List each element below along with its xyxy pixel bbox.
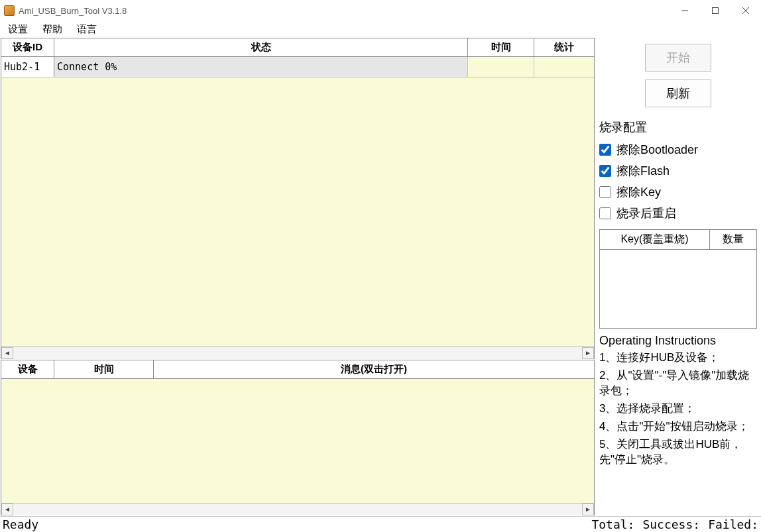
key-table: Key(覆盖重烧) 数量: [599, 229, 757, 329]
menubar: 设置 帮助 语言: [0, 21, 761, 37]
erase-bootloader-checkbox[interactable]: [599, 144, 611, 156]
window-title: Aml_USB_Burn_Tool V3.1.8: [19, 6, 127, 16]
erase-key-checkbox[interactable]: [599, 186, 611, 198]
instruction-line: 2、从"设置"-"导入镜像"加载烧录包；: [599, 368, 757, 399]
minimize-button[interactable]: [670, 0, 700, 21]
erase-bootloader-row[interactable]: 擦除Bootloader: [599, 140, 757, 159]
maximize-button[interactable]: [700, 0, 731, 21]
instruction-line: 4、点击"开始"按钮启动烧录；: [599, 419, 757, 435]
scroll-left-icon[interactable]: ◄: [1, 347, 13, 359]
erase-key-row[interactable]: 擦除Key: [599, 183, 757, 201]
message-grid-hscroll[interactable]: ◄ ►: [1, 503, 594, 515]
statusbar: Ready Total: Success: Failed:: [0, 516, 761, 532]
device-grid: 设备ID 状态 时间 统计 Hub2-1 Connect 0% ◄ ►: [1, 38, 595, 359]
menu-settings[interactable]: 设置: [4, 22, 32, 37]
device-grid-hscroll[interactable]: ◄ ►: [1, 346, 594, 358]
burn-config-title: 烧录配置: [599, 119, 757, 135]
close-button[interactable]: [731, 0, 761, 21]
message-grid-header: 设备 时间 消息(双击打开): [1, 360, 594, 379]
cell-state: Connect 0%: [54, 57, 468, 77]
menu-language[interactable]: 语言: [73, 22, 101, 37]
status-ready: Ready: [3, 517, 591, 531]
col-header-state[interactable]: 状态: [54, 38, 468, 56]
instruction-line: 1、连接好HUB及设备；: [599, 350, 757, 366]
refresh-button[interactable]: 刷新: [645, 80, 711, 107]
reboot-after-checkbox[interactable]: [599, 207, 611, 219]
message-grid: 设备 时间 消息(双击打开) ◄ ►: [1, 360, 595, 515]
col-header-device-id[interactable]: 设备ID: [1, 38, 54, 56]
menu-help[interactable]: 帮助: [38, 22, 66, 37]
cell-device-id: Hub2-1: [1, 57, 54, 77]
col-header-message[interactable]: 消息(双击打开): [154, 360, 594, 378]
key-col-2[interactable]: 数量: [710, 230, 756, 249]
instruction-line: 5、关闭工具或拔出HUB前，先"停止"烧录。: [599, 437, 757, 468]
scroll-track[interactable]: [13, 347, 582, 359]
side-panel: 开始 刷新 烧录配置 擦除Bootloader 擦除Flash 擦除Key 烧录…: [595, 37, 761, 516]
col-header-time[interactable]: 时间: [468, 38, 534, 56]
table-row[interactable]: Hub2-1 Connect 0%: [1, 57, 594, 78]
status-failed: Failed:: [708, 517, 758, 531]
erase-key-label: 擦除Key: [616, 184, 661, 200]
titlebar: Aml_USB_Burn_Tool V3.1.8: [0, 0, 761, 21]
erase-flash-label: 擦除Flash: [616, 163, 670, 179]
key-col-1[interactable]: Key(覆盖重烧): [600, 230, 710, 249]
status-success: Success:: [642, 517, 700, 531]
status-total: Total:: [591, 517, 634, 531]
instructions-title: Operating Instructions: [599, 334, 757, 348]
reboot-after-label: 烧录后重启: [616, 205, 676, 221]
scroll-left-icon[interactable]: ◄: [1, 504, 13, 515]
scroll-right-icon[interactable]: ►: [582, 504, 594, 515]
cell-stat: [534, 57, 594, 77]
scroll-right-icon[interactable]: ►: [582, 347, 594, 359]
svg-rect-1: [713, 8, 719, 14]
col-header-msg-time[interactable]: 时间: [54, 360, 154, 378]
message-grid-body: [1, 379, 594, 503]
reboot-after-row[interactable]: 烧录后重启: [599, 204, 757, 223]
erase-flash-checkbox[interactable]: [599, 165, 611, 177]
device-grid-header: 设备ID 状态 时间 统计: [1, 38, 594, 57]
cell-time: [468, 57, 534, 77]
col-header-device[interactable]: 设备: [1, 360, 54, 378]
erase-flash-row[interactable]: 擦除Flash: [599, 162, 757, 180]
app-icon: [4, 5, 15, 16]
erase-bootloader-label: 擦除Bootloader: [616, 142, 698, 158]
scroll-track[interactable]: [13, 504, 582, 515]
instruction-line: 3、选择烧录配置；: [599, 401, 757, 417]
start-button[interactable]: 开始: [645, 44, 711, 72]
col-header-stat[interactable]: 统计: [534, 38, 594, 56]
